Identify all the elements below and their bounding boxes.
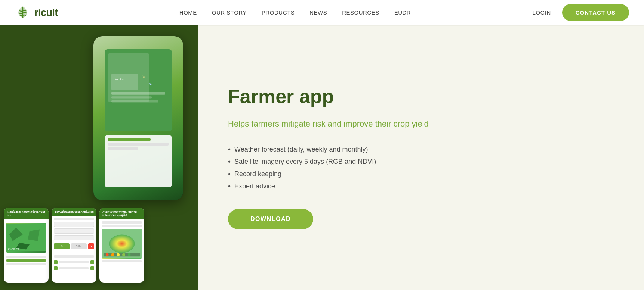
svg-point-17: [106, 253, 109, 256]
nav-products[interactable]: PRODUCTS: [262, 9, 295, 16]
app-title: Farmer app: [228, 86, 429, 107]
screen1-map: ประเทศไทย: [6, 223, 46, 253]
screen2-body: ใช่ ไม่ใช่ ✕: [52, 216, 96, 272]
main-nav: HOME OUR STORY PRODUCTS NEWS RESOURCES E…: [179, 9, 411, 16]
screen2-header: ขอรับเชื้อกะเบียน รถอดภายในแอป: [52, 208, 96, 216]
app-screen-3: ภาพถ่ายจากดาวเทียม สุขภาพแปลงจากดาวยุดสู…: [99, 208, 144, 283]
phone-map-area: Weather ☀ 🌤: [105, 49, 172, 131]
feature-item-2: Satellite imagery every 5 days (RGB and …: [228, 156, 429, 168]
small-screens: แผนที่เผยฝน ฤดูการเคลื่อนตัวของเมฆ ประเท…: [4, 208, 144, 283]
heatmap-area: [102, 229, 142, 259]
nav-our-story[interactable]: OUR STORY: [212, 9, 247, 16]
phones-wrapper: Weather ☀ 🌤: [0, 25, 198, 290]
svg-point-18: [111, 253, 114, 256]
data-row-1: [108, 138, 151, 141]
header-right: LOGIN CONTACT US: [533, 4, 629, 21]
feature-label-3: Record keeping: [234, 170, 281, 178]
feature-item-1: Weather forecast (daily, weekly and mont…: [228, 143, 429, 156]
logo-area[interactable]: ricult: [15, 5, 58, 21]
app-screen-1: แผนที่เผยฝน ฤดูการเคลื่อนตัวของเมฆ ประเท…: [4, 208, 49, 283]
svg-text:☀: ☀: [142, 75, 146, 80]
main-content: Weather ☀ 🌤: [0, 25, 644, 290]
svg-text:ประเทศไทย: ประเทศไทย: [8, 247, 19, 250]
app-screen-2: ขอรับเชื้อกะเบียน รถอดภายในแอป ใช่ ไ: [52, 208, 96, 283]
screen3-body: [99, 219, 144, 265]
svg-rect-16: [104, 253, 140, 257]
phone-data-area: [105, 135, 172, 187]
svg-rect-2: [111, 74, 138, 90]
svg-marker-11: [28, 230, 40, 241]
login-link[interactable]: LOGIN: [533, 9, 551, 16]
screen3-header: ภาพถ่ายจากดาวเทียม สุขภาพแปลงจากดาวยุดสู…: [99, 208, 144, 219]
svg-point-15: [109, 235, 135, 253]
svg-point-19: [117, 253, 120, 256]
svg-point-21: [128, 253, 131, 256]
main-phone: Weather ☀ 🌤: [93, 36, 183, 200]
logo-text: ricult: [34, 7, 58, 19]
ricult-logo-icon: [15, 5, 31, 21]
feature-item-3: Record keeping: [228, 168, 429, 180]
svg-rect-4: [111, 92, 165, 95]
screen1-header: แผนที่เผยฝน ฤดูการเคลื่อนตัวของเมฆ: [4, 208, 49, 219]
feature-label-1: Weather forecast (daily, weekly and mont…: [234, 146, 368, 153]
app-subtitle: Helps farmers mitigate risk and improve …: [228, 118, 429, 130]
feature-label-4: Expert advice: [234, 183, 275, 190]
download-button[interactable]: DOWNLOAD: [228, 209, 313, 229]
nav-home[interactable]: HOME: [179, 9, 197, 16]
features-list: Weather forecast (daily, weekly and mont…: [228, 143, 429, 193]
svg-rect-5: [111, 96, 152, 98]
site-header: ricult HOME OUR STORY PRODUCTS NEWS RESO…: [0, 0, 644, 25]
svg-text:🌤: 🌤: [148, 82, 152, 86]
nav-resources[interactable]: RESOURCES: [342, 9, 379, 16]
feature-label-2: Satellite imagery every 5 days (RGB and …: [234, 158, 376, 166]
data-row-2: [108, 143, 169, 146]
screen1-body: ประเทศไทย: [4, 219, 49, 268]
svg-rect-6: [111, 100, 158, 102]
map-visualization: Weather ☀ 🌤: [105, 49, 172, 131]
svg-text:Weather: Weather: [115, 78, 125, 81]
data-row-3: [108, 147, 138, 150]
nav-news[interactable]: NEWS: [309, 9, 327, 16]
main-phone-screen: Weather ☀ 🌤: [93, 36, 183, 200]
right-panel: Farmer app Helps farmers mitigate risk a…: [198, 25, 644, 290]
left-panel: Weather ☀ 🌤: [0, 25, 198, 290]
nav-eudr[interactable]: EUDR: [394, 9, 411, 16]
contact-us-button[interactable]: CONTACT US: [562, 4, 629, 21]
content-block: Farmer app Helps farmers mitigate risk a…: [228, 86, 429, 229]
svg-point-20: [122, 253, 125, 256]
feature-item-4: Expert advice: [228, 180, 429, 193]
svg-rect-1: [105, 70, 172, 110]
